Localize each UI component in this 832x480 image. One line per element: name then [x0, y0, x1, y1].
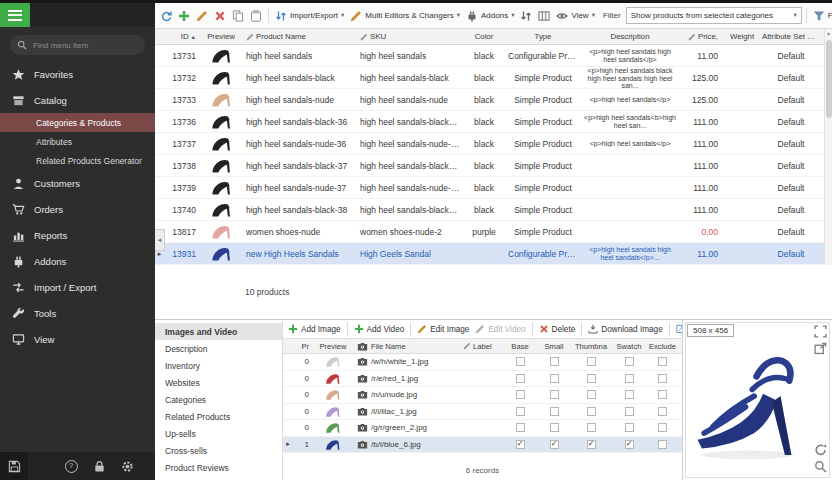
column-header-label[interactable]: Label	[461, 342, 503, 351]
column-header-id[interactable]: ID▲	[164, 32, 198, 41]
delete-product-button[interactable]	[212, 8, 228, 24]
sidebar-item-addons[interactable]: Addons	[0, 248, 155, 274]
swatch-checkbox[interactable]	[611, 407, 647, 416]
sidebar-item-tools[interactable]: Tools	[0, 300, 155, 326]
sidebar-item-attributes[interactable]: Attributes	[0, 132, 155, 151]
column-header-type[interactable]: Type	[506, 32, 580, 41]
tab-related-products[interactable]: Related Products	[155, 408, 282, 425]
sidebar-search-input[interactable]: Find menu item	[10, 35, 145, 55]
column-header-small[interactable]: Small	[537, 342, 571, 351]
tab-product-reviews[interactable]: Product Reviews	[155, 459, 282, 476]
menu-icon[interactable]	[0, 3, 30, 27]
edit-video-button[interactable]: Edit Video	[473, 322, 527, 336]
column-header-position[interactable]: Pr	[293, 342, 311, 351]
paste-button[interactable]	[248, 8, 264, 24]
small-checkbox[interactable]	[537, 390, 571, 399]
tab-up-sells[interactable]: Up-sells	[155, 425, 282, 442]
thumbnail-checkbox[interactable]	[571, 423, 611, 432]
sidebar-item-reports[interactable]: Reports	[0, 222, 155, 248]
add-image-button[interactable]: Add Image	[286, 322, 343, 336]
small-checkbox[interactable]: ✓	[537, 440, 571, 449]
archive-icon[interactable]	[0, 452, 28, 480]
product-row[interactable]: 13733 high heel sandals-nude high heel s…	[155, 89, 832, 111]
image-row[interactable]: 0 /r/e/red_1.jpg	[283, 371, 682, 388]
help-icon[interactable]: ?	[57, 452, 85, 480]
sort-order-button[interactable]	[518, 8, 534, 24]
column-header-description[interactable]: Description	[580, 32, 680, 41]
small-checkbox[interactable]	[537, 374, 571, 383]
import-export-menu[interactable]: Import/Export ▾	[273, 8, 346, 24]
product-row[interactable]: 13732 high heel sandals-black high heel …	[155, 67, 832, 89]
column-header-attribute-set[interactable]: Attribute Set Name	[760, 32, 832, 41]
scrollbar-thumb[interactable]	[826, 40, 832, 118]
swatch-checkbox[interactable]	[611, 390, 647, 399]
fullscreen-icon[interactable]	[814, 325, 827, 338]
sidebar-item-catalog[interactable]: Catalog	[0, 87, 155, 113]
open-external-icon[interactable]	[814, 342, 827, 355]
tab-description[interactable]: Description	[155, 340, 282, 357]
scroll-up-icon[interactable]: ▲	[826, 29, 831, 38]
swatch-checkbox[interactable]	[611, 423, 647, 432]
product-row[interactable]: ▸ 13931 new High Heels Sandals High Geel…	[155, 243, 832, 265]
small-checkbox[interactable]	[537, 357, 571, 366]
column-header-sku[interactable]: SKU	[358, 32, 462, 41]
swatch-checkbox[interactable]: ✓	[611, 440, 647, 449]
exclude-checkbox[interactable]	[647, 440, 682, 449]
sidebar-item-view[interactable]: View	[0, 326, 155, 352]
small-checkbox[interactable]	[537, 407, 571, 416]
tab-inventory[interactable]: Inventory	[155, 357, 282, 374]
tab-cross-sells[interactable]: Cross-sells	[155, 442, 282, 459]
columns-button[interactable]	[536, 8, 552, 24]
exclude-checkbox[interactable]	[647, 407, 682, 416]
product-row[interactable]: 13740 high heel sandals-black-38 high he…	[155, 199, 832, 221]
sidebar-item-orders[interactable]: Orders	[0, 196, 155, 222]
view-menu[interactable]: View ▾	[554, 8, 596, 24]
refresh-button[interactable]	[158, 8, 174, 24]
delete-image-button[interactable]: Delete	[537, 322, 578, 336]
exclude-checkbox[interactable]	[647, 390, 682, 399]
product-row[interactable]: 13731 high heel sandals high heel sandal…	[155, 45, 832, 67]
column-header-product-name[interactable]: Product Name	[244, 32, 358, 41]
column-header-image-preview[interactable]: Preview	[311, 342, 355, 351]
image-row[interactable]: 0 /l/i/lilac_1.jpg	[283, 404, 682, 421]
swatch-checkbox[interactable]	[611, 374, 647, 383]
tab-categories[interactable]: Categories	[155, 391, 282, 408]
tab-websites[interactable]: Websites	[155, 374, 282, 391]
product-row[interactable]: 13738 high heel sandals-black-37 high he…	[155, 155, 832, 177]
edit-product-button[interactable]	[194, 8, 210, 24]
image-row[interactable]: 0 /w/h/white_1.jpg	[283, 354, 682, 371]
download-image-button[interactable]: Download Image	[586, 322, 664, 336]
base-checkbox[interactable]	[503, 423, 537, 432]
small-checkbox[interactable]	[537, 423, 571, 432]
base-checkbox[interactable]	[503, 390, 537, 399]
sidebar-item-related-products-generator[interactable]: Related Products Generator	[0, 151, 155, 170]
filter-select[interactable]: Show products from selected categories ▾	[626, 7, 802, 24]
column-header-color[interactable]: Color	[462, 32, 506, 41]
thumbnail-checkbox[interactable]	[571, 407, 611, 416]
set-resize-rule-button[interactable]: Set Resize Rule▾	[674, 322, 682, 336]
base-checkbox[interactable]	[503, 357, 537, 366]
exclude-checkbox[interactable]	[647, 374, 682, 383]
thumbnail-checkbox[interactable]: ✓	[571, 440, 611, 449]
exclude-checkbox[interactable]	[647, 423, 682, 432]
column-header-weight[interactable]: Weight	[724, 32, 760, 41]
product-row[interactable]: 13736 high heel sandals-black-36 high he…	[155, 111, 832, 133]
sidebar-item-import-export[interactable]: Import / Export	[0, 274, 155, 300]
product-row[interactable]: 13739 high heel sandals-nude-37 high hee…	[155, 177, 832, 199]
multi-editors-menu[interactable]: Multi Editors & Changers ▾	[348, 8, 462, 24]
vertical-scrollbar[interactable]: ▲	[824, 29, 832, 264]
add-product-button[interactable]	[176, 8, 192, 24]
add-video-button[interactable]: Add Video	[352, 322, 407, 336]
filters-button[interactable]: Filters ▾	[811, 8, 832, 24]
thumbnail-checkbox[interactable]	[571, 390, 611, 399]
image-row[interactable]: 0 /n/u/nude.jpg	[283, 387, 682, 404]
rotate-icon[interactable]	[814, 443, 827, 456]
sidebar-item-categories-products[interactable]: Categories & Products	[0, 113, 155, 132]
sidebar-collapse-handle[interactable]: ◂	[155, 229, 165, 251]
exclude-checkbox[interactable]	[647, 357, 682, 366]
lock-icon[interactable]	[85, 452, 113, 480]
addons-menu[interactable]: Addons ▾	[464, 8, 516, 24]
column-header-exclude[interactable]: Exclude	[647, 342, 682, 351]
base-checkbox[interactable]	[503, 407, 537, 416]
column-header-price[interactable]: Price,	[680, 32, 724, 41]
